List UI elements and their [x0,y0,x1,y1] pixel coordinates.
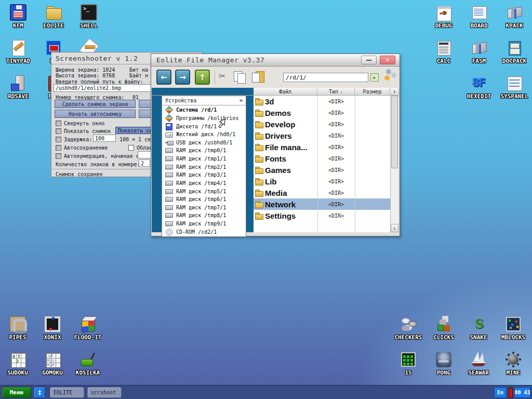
desktop-icon-docpack[interactable]: DOCPACK [497,39,531,64]
copy-icon[interactable] [233,71,247,84]
take-screenshot-button[interactable]: Сделать снимок экрана [55,100,136,108]
scroll-up-button[interactable]: ↑ [390,88,399,96]
up-button[interactable]: ↑ [195,70,210,85]
device-item[interactable]: RAM диск /tmp2/1 [162,163,246,171]
device-item[interactable]: Программы /kolibrios [162,114,246,123]
autosave-checkbox[interactable] [56,145,61,151]
desktop-icon-sudoku[interactable]: SUDOKU [1,351,35,376]
desktop-icon-shell[interactable]: SHELL [72,4,106,29]
device-item[interactable]: RAM диск /tmp0/1 [162,147,246,155]
settings-dot-icon[interactable] [384,75,390,81]
forward-button[interactable]: → [175,70,190,85]
folder-icon [255,212,263,219]
vertical-scrollbar[interactable]: ↓ [390,96,398,232]
close-button[interactable]: ✕ [380,56,395,64]
device-item[interactable]: Система /rd/1 [162,106,246,114]
desktop-icon-floodit[interactable]: FLOOD-IT [71,316,105,341]
delay-input[interactable]: 100 [93,135,116,142]
file-row[interactable]: File mana...<DIR> [254,141,390,153]
desktop-icon-hexedit[interactable]: HEXEDIT [462,75,496,100]
desktop-icon-gomoku[interactable]: GOMOKU [35,351,70,376]
toolbar-separator [215,71,215,84]
desktop-icon-pong[interactable]: PONG [427,351,461,376]
go-button[interactable]: ▶ [370,73,379,82]
desktop-icon-board[interactable]: BOARD [462,4,496,29]
device-item[interactable]: RAM диск /tmp5/1 [162,187,246,195]
task-button-scrshoot[interactable]: scrshoot [87,387,122,398]
scrollbar-thumb[interactable] [391,96,398,168]
desktop-icon-fasm[interactable]: FASM [462,39,496,64]
desktop-icon-rdsave[interactable]: RDSAVE [1,75,35,100]
back-button[interactable]: ← [156,70,171,85]
desktop-icon-clicks[interactable]: CLICKS [427,316,461,341]
minimize-button[interactable] [361,56,377,64]
pin-icon[interactable]: = [240,98,243,103]
device-item[interactable]: Жесткий диск /hd0/1 [162,130,246,139]
delay-label: Задержка: [64,137,92,142]
paste-icon[interactable] [251,71,264,84]
device-item[interactable]: RAM диск /tmp9/1 [162,220,246,228]
device-item[interactable]: RAM диск /tmp1/1 [162,155,246,163]
digits-input[interactable]: 2 [139,159,150,167]
autonumber-checkbox[interactable] [56,153,61,159]
minimize-window-checkbox[interactable] [56,121,61,126]
device-item[interactable]: USB диск /usbhd0/1 [162,139,246,147]
task-button-eolite[interactable]: EOLITE [50,387,84,398]
device-item[interactable]: Дискета /fd/1 [162,122,246,130]
desktop-icon-tinypad[interactable]: TINYPAD [1,39,35,64]
scroll-down-button[interactable]: ↓ [391,224,398,232]
language-indicator[interactable]: En [494,387,507,398]
delay-checkbox[interactable] [56,137,61,142]
file-row[interactable]: 3d<DIR> [254,96,390,107]
column-header-type[interactable]: Тип↓ [317,88,355,96]
device-item[interactable]: CD-ROM /cd2/1 [162,228,246,236]
clock[interactable]: 00 43 [514,387,530,398]
desktop-icon-pipes[interactable]: PIPES [1,316,35,341]
device-item[interactable]: RAM диск /tmp8/1 [162,211,246,220]
cut-icon[interactable]: ✂ [219,70,225,82]
desktop-icon-mine[interactable]: MINE [496,351,530,376]
column-header-name[interactable]: Файл [254,88,317,96]
device-item[interactable]: RAM диск /tmp3/1 [162,171,246,179]
desktop-icon-15[interactable]: 15 [391,351,425,376]
file-row[interactable]: Demos<DIR> [254,107,390,118]
desktop-icon-seawar[interactable]: SEAWAR [461,351,496,376]
desktop-icon-xonix[interactable]: XONIX [35,316,70,341]
desktop-icon-syspanel[interactable]: SYSPANEL [497,75,531,100]
desktop-icon-eolite[interactable]: EOLITE [36,4,71,29]
file-row-selected[interactable]: Network<DIR> [254,198,390,210]
area-checkbox[interactable] [128,145,134,151]
file-row[interactable]: Settings<DIR> [254,210,390,221]
desktop-icon-kfm[interactable]: KFM [1,4,35,29]
path-input[interactable]: /rd/1/ [283,73,368,82]
eolite-toolbar: ← → ↑ ✂ /rd/1/ ▶ [151,67,400,88]
cpu-usage-indicator[interactable] [509,387,513,398]
file-row[interactable]: Games<DIR> [254,164,390,176]
file-row[interactable]: Media<DIR> [254,187,390,198]
up-down-arrow-icon: ↕ [37,389,42,396]
start-autoshoot-button[interactable]: Начать автосъемку [55,110,136,118]
desktop-icon-calc[interactable]: CALC [427,39,461,64]
desktop-icon-debug[interactable]: DEBUG [427,4,461,29]
menu-button[interactable]: Меню [2,387,31,398]
desktop-icon-mblocks[interactable]: MBLOCKS [496,316,530,341]
device-item[interactable]: RAM диск /tmp4/1 [162,179,246,188]
file-row[interactable]: Lib<DIR> [254,176,390,187]
autosave-label: Автосохранение [64,145,108,151]
device-item[interactable]: RAM диск /tmp7/1 [162,204,246,212]
file-row[interactable]: Fonts<DIR> [254,153,390,164]
column-header-size[interactable]: Размер [355,88,390,96]
show-shot-checkbox[interactable] [56,128,61,134]
file-row[interactable]: Drivers<DIR> [254,130,390,141]
settings-dot-icon[interactable] [386,69,391,74]
autonumber-label: Автонумерация, начиная с [64,153,139,159]
device-item[interactable]: RAM диск /tmp6/1 [162,195,246,204]
desktop-icon-snake[interactable]: SNAKE [461,316,496,341]
desktop-icon-checkers[interactable]: CHECKERS [391,316,425,341]
desktop-icon-kpack[interactable]: KPACK [497,4,531,29]
desktop-icon-kosilka[interactable]: KOSILKA [71,351,105,376]
folder-icon [255,178,263,185]
file-row[interactable]: Develop<DIR> [254,118,390,130]
minimize-all-button[interactable]: ↕ [34,387,45,398]
settings-dot-icon[interactable] [391,73,396,78]
